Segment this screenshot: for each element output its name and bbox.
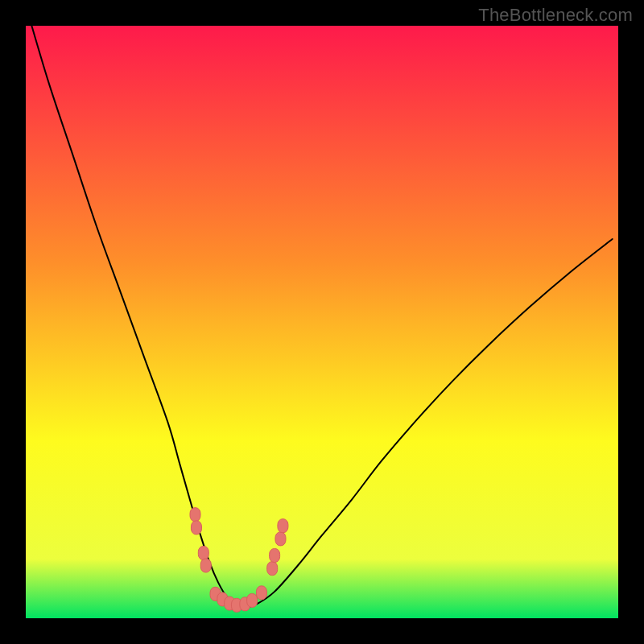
data-marker bbox=[278, 519, 288, 533]
data-marker bbox=[247, 593, 258, 607]
plot-area bbox=[26, 26, 618, 618]
chart-frame: TheBottleneck.com bbox=[0, 0, 644, 644]
data-marker bbox=[270, 548, 280, 562]
data-marker bbox=[190, 508, 200, 522]
data-marker bbox=[275, 532, 286, 546]
data-marker bbox=[191, 521, 201, 535]
data-marker bbox=[256, 586, 266, 600]
watermark-text: TheBottleneck.com bbox=[478, 5, 633, 26]
chart-svg bbox=[26, 26, 618, 618]
data-marker bbox=[200, 559, 211, 572]
gradient-bg bbox=[26, 26, 618, 618]
data-marker bbox=[198, 547, 208, 560]
data-marker bbox=[267, 562, 278, 576]
